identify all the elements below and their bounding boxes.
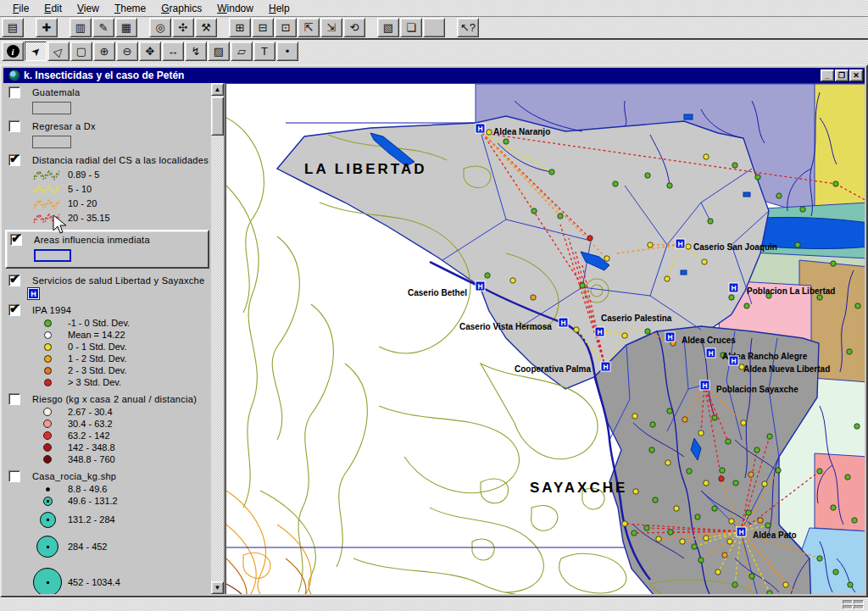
- legend-class-label: 2 - 3 Std. Dev.: [68, 365, 127, 375]
- dot-swatch: [43, 455, 52, 464]
- vertex-edit-tool[interactable]: ▷: [47, 42, 70, 61]
- legend-theme-3[interactable]: ✔Areas influencia inmediata: [10, 234, 208, 262]
- identify-icon: i: [7, 45, 19, 58]
- close-button[interactable]: ✕: [849, 69, 863, 81]
- legend-class-label: 20 - 35.15: [68, 213, 110, 223]
- find-button[interactable]: ◎: [149, 18, 171, 37]
- legend-theme-2[interactable]: ✔Distancia radial del CS a las localidad…: [8, 154, 211, 224]
- restore-button[interactable]: ❐: [835, 69, 849, 81]
- hotlink-tool[interactable]: ↯: [185, 42, 207, 61]
- legend-class-row: 5 - 10: [32, 182, 211, 195]
- area-of-interest-icon: ▨: [214, 45, 224, 58]
- hotlink-icon: ↯: [192, 45, 201, 58]
- dot-swatch: [44, 355, 52, 363]
- area-label: SAYAXCHE: [530, 480, 627, 496]
- zoom-full-extent-button[interactable]: ⊞: [229, 18, 251, 37]
- check-icon: ✔: [11, 231, 22, 246]
- legend-theme-5[interactable]: ✔IPA 1994-1 - 0 Std. Dev.Mean = 14.220 -…: [8, 304, 211, 387]
- place-label: Aldea Nueva Libertad: [743, 364, 830, 374]
- theme-checkbox[interactable]: ✔: [8, 154, 20, 166]
- zoom-out-tool[interactable]: ⊖: [116, 42, 138, 61]
- zoom-out-fixed-button[interactable]: ⇲: [320, 18, 342, 37]
- legend-class-row: 452 - 1034.4: [32, 568, 211, 594]
- legend-class-label: 452 - 1034.4: [68, 577, 120, 587]
- pointer-tool[interactable]: ➤: [25, 42, 47, 61]
- zoom-in-tool[interactable]: ⊕: [93, 42, 115, 61]
- menu-edit[interactable]: Edit: [36, 1, 70, 16]
- legend-class-row: 2 - 3 Std. Dev.: [32, 365, 211, 375]
- menu-view[interactable]: View: [70, 1, 107, 16]
- theme-name: IPA 1994: [32, 305, 71, 315]
- legend-class-row: Mean = 14.22: [32, 330, 211, 340]
- legend-scrollbar[interactable]: ▲ ▼: [211, 83, 224, 594]
- legend-class-label: 49.6 - 131.2: [68, 496, 118, 506]
- theme-properties-button[interactable]: ▥: [70, 18, 92, 37]
- measure-tool[interactable]: ↔: [162, 42, 184, 61]
- menu-graphics[interactable]: Graphics: [153, 1, 209, 16]
- edit-legend-button[interactable]: ✎: [92, 18, 114, 37]
- open-theme-table-button[interactable]: ▦: [115, 18, 137, 37]
- query-builder-button[interactable]: ⚒: [195, 18, 217, 37]
- scroll-up-button[interactable]: ▲: [211, 83, 224, 96]
- theme-name: Riesgo (kg x casa 2 anual / distancia): [32, 394, 197, 404]
- view-window: k. Insecticidas y el caso de Petén _ ❐ ✕…: [0, 64, 868, 597]
- show-layout-button[interactable]: ❏: [400, 18, 422, 37]
- theme-checkbox[interactable]: [8, 86, 20, 98]
- help-button[interactable]: ↖?: [457, 18, 479, 37]
- theme-name: Casa_rocia_kg.shp: [32, 471, 116, 481]
- active-theme-frame[interactable]: ✔Areas influencia inmediata: [5, 230, 209, 269]
- dot-swatch: [43, 431, 52, 440]
- theme-checkbox[interactable]: ✔: [8, 275, 20, 286]
- label-tool[interactable]: ▱: [231, 42, 253, 61]
- show-layout-icon: ❏: [406, 21, 416, 34]
- legend-class-row: 49.6 - 131.2: [32, 496, 211, 506]
- minimize-button[interactable]: _: [821, 69, 834, 81]
- draw-point-tool[interactable]: •: [276, 42, 298, 61]
- theme-checkbox[interactable]: [8, 393, 20, 405]
- tile-windows-icon[interactable]: [843, 600, 865, 610]
- view-window-titlebar[interactable]: k. Insecticidas y el caso de Petén _ ❐ ✕: [3, 68, 865, 83]
- locate-address-button[interactable]: ✣: [172, 18, 194, 37]
- dot-swatch: [44, 343, 52, 351]
- text-tool[interactable]: T: [253, 42, 275, 61]
- legend-class-row: 2.67 - 30.4: [32, 407, 211, 417]
- identify-tool[interactable]: i: [2, 42, 24, 61]
- scroll-down-button[interactable]: ▼: [211, 581, 224, 594]
- health-center-icon: H: [603, 363, 608, 371]
- menu-help[interactable]: Help: [261, 1, 298, 16]
- legend-theme-1[interactable]: Regresar a Dx: [8, 120, 211, 148]
- zoom-active-theme-button[interactable]: ⊟: [252, 18, 274, 37]
- blank-button[interactable]: [423, 18, 445, 37]
- theme-checkbox[interactable]: ✔: [10, 234, 22, 246]
- place-label: Aldea Pato: [753, 530, 797, 540]
- health-center-icon: H: [731, 284, 736, 292]
- dot-swatch: [43, 419, 52, 428]
- select-features-button[interactable]: ▧: [377, 18, 399, 37]
- add-theme-button[interactable]: ✚: [36, 18, 58, 37]
- place-label: Caserio Vista Hermosa: [459, 322, 552, 331]
- legend-theme-7[interactable]: Casa_rocia_kg.shp8.8 - 49.649.6 - 131.21…: [8, 470, 211, 594]
- menu-window[interactable]: Window: [209, 1, 261, 16]
- menu-theme[interactable]: Theme: [107, 1, 153, 16]
- legend-theme-0[interactable]: Guatemala: [8, 86, 211, 114]
- zoom-selected-button[interactable]: ⊡: [275, 18, 297, 37]
- menu-file[interactable]: File: [5, 1, 36, 16]
- pan-tool[interactable]: ✥: [139, 42, 161, 61]
- zoom-previous-button[interactable]: ⟲: [343, 18, 365, 37]
- theme-checkbox[interactable]: [8, 470, 20, 482]
- area-of-interest-tool[interactable]: ▨: [208, 42, 230, 61]
- legend-theme-4[interactable]: ✔Servicios de salud Libertad y SayaxcheH: [8, 275, 211, 298]
- zoom-active-theme-icon: ⊟: [259, 21, 268, 34]
- legend-class-row: 142 - 348.8: [32, 442, 211, 453]
- health-center-icon: H: [560, 319, 565, 327]
- legend-theme-6[interactable]: Riesgo (kg x casa 2 anual / distancia)2.…: [8, 393, 211, 464]
- map-canvas[interactable]: HAldea NaranjoHCaserio San JoaquinHPobla…: [225, 83, 865, 594]
- theme-checkbox[interactable]: ✔: [8, 304, 20, 316]
- select-box-tool[interactable]: ▢: [70, 42, 92, 61]
- health-center-icon: H: [702, 381, 707, 390]
- save-project-button[interactable]: ▤: [2, 18, 24, 37]
- zoom-in-fixed-button[interactable]: ⇱: [298, 18, 320, 37]
- add-theme-icon: ✚: [42, 21, 52, 34]
- theme-checkbox[interactable]: [8, 120, 20, 132]
- scroll-thumb[interactable]: [211, 97, 224, 136]
